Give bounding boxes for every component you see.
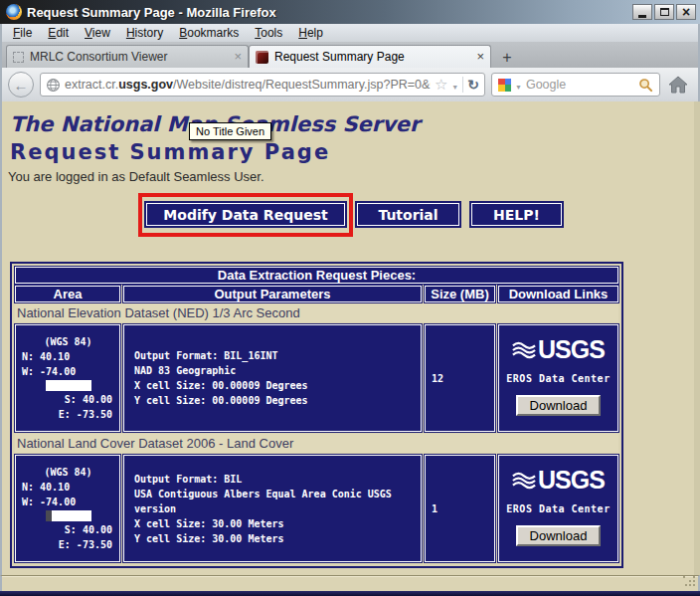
search-engine-dropdown-icon[interactable] — [515, 76, 522, 94]
data-center-label: EROS Data Center — [506, 371, 610, 386]
url-text: extract.cr.usgs.gov/Website/distreq/Requ… — [65, 78, 431, 92]
table-column-headers: Area Output Parameters Size (MB) Downloa… — [15, 286, 618, 302]
usgs-waves-icon — [512, 340, 536, 360]
search-input[interactable]: Google — [491, 73, 660, 97]
bookmark-star-icon[interactable] — [435, 76, 447, 94]
table-title: Data Extraction Request Pieces: — [15, 267, 618, 284]
url-domain: usgs.gov — [118, 78, 173, 92]
search-placeholder: Google — [526, 78, 634, 92]
column-header-output-parameters: Output Parameters — [123, 286, 422, 302]
window-bottom-edge — [0, 591, 700, 596]
menu-edit[interactable]: Edit — [41, 25, 76, 41]
data-center-label: EROS Data Center — [506, 501, 610, 516]
output-format: Output Format: BIL_16INT — [134, 348, 421, 363]
magnifier-icon[interactable] — [638, 78, 653, 93]
back-button[interactable] — [8, 72, 34, 98]
page-content: The National Map Seamless Server Request… — [0, 101, 700, 575]
download-button[interactable]: Download — [516, 395, 602, 416]
favicon-placeholder-icon — [13, 52, 24, 63]
navigation-toolbar: extract.cr.usgs.gov/Website/distreq/Requ… — [0, 68, 700, 101]
firefox-icon — [6, 4, 22, 20]
browser-window: Request Summary Page - Mozilla Firefox F… — [0, 0, 700, 596]
area-cell: (WGS 84) N: 40.10 W: -74.00 S: 40.00 E: … — [15, 455, 120, 562]
close-button[interactable] — [676, 4, 696, 20]
size-cell: 12 — [425, 324, 495, 432]
area-east: E: -73.50 — [22, 407, 114, 422]
menu-file[interactable]: File — [6, 25, 39, 41]
column-header-area: Area — [15, 286, 120, 302]
y-cell-size: Y cell Size: 30.00 Meters — [134, 531, 421, 546]
output-parameters-cell: Output Format: BIL_16INT NAD 83 Geograph… — [123, 324, 422, 432]
modify-data-request-button[interactable]: Modify Data Request — [146, 203, 345, 226]
table-row: (WGS 84) N: 40.10 W: -74.00 S: 40.00 E: … — [15, 324, 618, 432]
tutorial-button[interactable]: Tutorial — [357, 203, 459, 226]
reload-icon[interactable] — [467, 76, 479, 94]
new-tab-button[interactable] — [494, 48, 520, 68]
resize-grip[interactable] — [683, 576, 695, 588]
y-cell-size: Y cell Size: 00.00009 Degrees — [134, 393, 421, 408]
url-path: /Website/distreq/RequestSummary.jsp?PR=0… — [173, 78, 431, 92]
home-button[interactable] — [666, 73, 690, 97]
menu-bar: File Edit View History Bookmarks Tools H… — [0, 24, 700, 42]
tab-label: Request Summary Page — [274, 50, 470, 64]
tab-bar: MRLC Consortium Viewer Request Summary P… — [0, 42, 700, 68]
action-button-row: Modify Data Request Tutorial HELP! — [144, 201, 694, 228]
download-button[interactable]: Download — [516, 525, 602, 546]
usgs-logo-text: USGS — [538, 335, 605, 364]
x-cell-size: X cell Size: 30.00 Meters — [134, 516, 421, 531]
area-west: W: -74.00 — [22, 495, 114, 509]
window-title: Request Summary Page - Mozilla Firefox — [27, 5, 632, 20]
tab-label: MRLC Consortium Viewer — [30, 50, 228, 64]
tab-request-summary-page[interactable]: Request Summary Page — [249, 45, 491, 68]
minimize-icon — [638, 15, 646, 18]
menu-tools[interactable]: Tools — [248, 25, 289, 41]
output-format: Output Format: BIL — [134, 472, 421, 487]
projection: NAD 83 Geographic — [134, 363, 421, 378]
area-thumbnail-image — [46, 380, 91, 391]
tooltip: No Title Given — [189, 122, 271, 140]
minimize-button[interactable] — [632, 4, 652, 20]
size-cell: 1 — [425, 455, 495, 562]
title-bar: Request Summary Page - Mozilla Firefox — [0, 0, 700, 24]
download-links-cell: USGS EROS Data Center Download — [498, 455, 618, 562]
usgs-waves-icon — [512, 471, 536, 491]
area-thumbnail-image — [46, 510, 91, 521]
url-dropdown-icon[interactable] — [451, 76, 458, 94]
site-heading: The National Map Seamless Server — [10, 111, 694, 137]
area-south: S: 40.00 — [22, 392, 114, 407]
url-bar[interactable]: extract.cr.usgs.gov/Website/distreq/Requ… — [40, 73, 485, 97]
tab-close-icon[interactable] — [476, 50, 484, 64]
area-datum: (WGS 84) — [22, 334, 114, 349]
maximize-icon — [660, 8, 669, 16]
x-cell-size: X cell Size: 00.00009 Degrees — [134, 378, 421, 393]
maximize-button[interactable] — [654, 4, 674, 20]
area-cell: (WGS 84) N: 40.10 W: -74.00 S: 40.00 E: … — [15, 324, 120, 432]
globe-icon — [46, 78, 61, 93]
help-button[interactable]: HELP! — [471, 203, 562, 226]
usgs-logo: USGS — [512, 466, 605, 495]
usgs-logo: USGS — [512, 335, 605, 364]
tab-mrlc-consortium-viewer[interactable]: MRLC Consortium Viewer — [6, 45, 249, 68]
table-row: (WGS 84) N: 40.10 W: -74.00 S: 40.00 E: … — [15, 455, 618, 562]
status-bar — [0, 575, 700, 591]
url-subdomain: extract.cr. — [65, 78, 118, 92]
usgs-logo-text: USGS — [538, 466, 605, 495]
column-header-download-links: Download Links — [498, 286, 618, 302]
area-east: E: -73.50 — [22, 537, 114, 552]
area-north: N: 40.10 — [22, 480, 114, 495]
area-north: N: 40.10 — [22, 349, 114, 364]
login-status: You are logged in as Default Seamless Us… — [8, 169, 694, 185]
download-links-cell: USGS EROS Data Center Download — [498, 324, 618, 432]
area-datum: (WGS 84) — [22, 465, 114, 480]
column-header-size: Size (MB) — [425, 286, 495, 302]
menu-view[interactable]: View — [78, 25, 117, 41]
dataset-title-row: National Land Cover Dataset 2006 - Land … — [15, 434, 618, 453]
page-favicon-icon — [256, 51, 268, 64]
area-south: S: 40.00 — [22, 522, 114, 537]
request-pieces-table: Data Extraction Request Pieces: Area Out… — [10, 262, 623, 568]
menu-bookmarks[interactable]: Bookmarks — [172, 25, 246, 41]
menu-help[interactable]: Help — [291, 25, 330, 41]
menu-history[interactable]: History — [119, 25, 170, 41]
tab-close-icon[interactable] — [234, 50, 242, 64]
google-logo-icon — [498, 79, 511, 92]
